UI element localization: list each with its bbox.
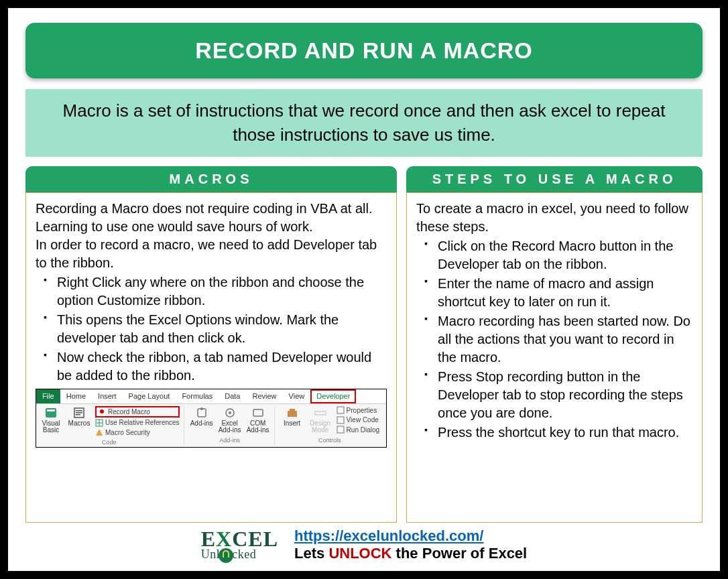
ribbon-group-code-items: Visual Basic Macros bbox=[39, 406, 180, 438]
macros-body: Recording a Macro does not require codin… bbox=[25, 192, 397, 523]
code-stack: Record Macro Use Relative References Mac… bbox=[95, 406, 180, 438]
steps-body: To create a macro in excel, you need to … bbox=[406, 192, 703, 523]
steps-bullets: Click on the Record Macro button in the … bbox=[416, 237, 692, 442]
svg-rect-1 bbox=[47, 409, 55, 411]
dialog-icon bbox=[337, 426, 345, 434]
ribbon-group-addins: Add-ins Excel Add-ins COM Add-ins bbox=[190, 406, 275, 445]
visual-basic-icon bbox=[44, 406, 58, 420]
record-icon bbox=[98, 407, 106, 415]
list-item: This opens the Excel Options window. Mar… bbox=[40, 311, 387, 347]
excel-ribbon-screenshot: File Home Insert Page Layout Formulas Da… bbox=[36, 389, 387, 448]
site-link[interactable]: https://excelunlocked.com/ bbox=[294, 527, 483, 544]
page-title: RECORD AND RUN A MACRO bbox=[195, 38, 533, 63]
svg-rect-20 bbox=[337, 417, 344, 424]
svg-rect-3 bbox=[76, 410, 82, 411]
footer-tagline: https://excelunlocked.com/ Lets UNLOCK t… bbox=[294, 527, 527, 562]
run-dialog-button: Run Dialog bbox=[337, 426, 379, 435]
list-item: Click on the Record Macro button in the … bbox=[420, 237, 692, 273]
tab-formulas: Formulas bbox=[176, 389, 219, 403]
excel-addins-button: Excel Add-ins bbox=[218, 406, 242, 434]
macros-bullets: Right Click any where on the ribbon and … bbox=[36, 273, 387, 385]
lock-icon bbox=[219, 548, 233, 563]
com-addins-icon bbox=[251, 406, 265, 420]
tab-view: View bbox=[283, 389, 311, 403]
columns: MACROS Recording a Macro does not requir… bbox=[25, 166, 703, 523]
use-relative-references-button: Use Relative References bbox=[95, 418, 180, 428]
warning-icon bbox=[95, 428, 103, 436]
view-code-button: View Code bbox=[337, 415, 379, 425]
list-item: Press Stop recording button in the Devel… bbox=[420, 368, 692, 422]
list-item: Enter the name of macro and assign short… bbox=[420, 275, 692, 311]
macros-header: MACROS bbox=[25, 166, 397, 192]
addins-button: Add-ins bbox=[190, 406, 214, 427]
com-addins-button: COM Add-ins bbox=[246, 406, 270, 434]
grid-icon bbox=[95, 419, 103, 427]
properties-icon bbox=[337, 406, 345, 414]
gear-icon bbox=[223, 406, 237, 420]
list-item: Right Click any where on the ribbon and … bbox=[40, 273, 387, 310]
ruler-icon bbox=[314, 406, 327, 420]
svg-rect-15 bbox=[253, 409, 263, 416]
tab-home: Home bbox=[60, 389, 92, 403]
steps-column: STEPS TO USE A MACRO To create a macro i… bbox=[406, 166, 703, 523]
insert-control-button: Insert bbox=[280, 406, 304, 427]
intro-banner: Macro is a set of instructions that we r… bbox=[25, 89, 703, 157]
ribbon-group-controls-items: Insert Design Mode Properties bbox=[280, 406, 379, 435]
tab-page-layout: Page Layout bbox=[123, 389, 176, 403]
list-item: Macro recording has been started now. Do… bbox=[420, 312, 692, 367]
svg-rect-18 bbox=[315, 411, 326, 415]
ribbon-body: Visual Basic Macros bbox=[36, 404, 386, 448]
group-label-code: Code bbox=[102, 438, 117, 446]
tagline-text: Lets UNLOCK the Power of Excel bbox=[294, 545, 527, 562]
code-icon bbox=[337, 416, 345, 424]
macros-icon bbox=[72, 406, 86, 420]
svg-point-14 bbox=[229, 411, 231, 414]
svg-point-6 bbox=[100, 409, 104, 413]
macro-security-button: Macro Security bbox=[95, 428, 180, 438]
steps-header-label: STEPS TO USE A MACRO bbox=[432, 172, 677, 186]
svg-rect-17 bbox=[290, 409, 295, 411]
ribbon-group-controls: Insert Design Mode Properties bbox=[280, 406, 383, 445]
svg-rect-4 bbox=[76, 412, 82, 413]
tab-data: Data bbox=[219, 389, 246, 403]
steps-para: To create a macro in excel, you need to … bbox=[416, 200, 692, 236]
svg-marker-10 bbox=[96, 429, 103, 436]
macros-header-label: MACROS bbox=[170, 172, 253, 186]
title-banner: RECORD AND RUN A MACRO bbox=[25, 23, 703, 78]
steps-header: STEPS TO USE A MACRO bbox=[406, 166, 703, 192]
design-mode-button: Design Mode bbox=[308, 406, 332, 434]
page: RECORD AND RUN A MACRO Macro is a set of… bbox=[8, 8, 720, 571]
svg-rect-21 bbox=[337, 426, 344, 433]
ribbon-tabs: File Home Insert Page Layout Formulas Da… bbox=[36, 389, 386, 404]
macros-para1: Recording a Macro does not require codin… bbox=[36, 200, 387, 236]
macros-para2: In order to record a macro, we need to a… bbox=[36, 236, 387, 272]
group-label-controls: Controls bbox=[318, 436, 341, 444]
excel-unlocked-logo: EXCEL Unlcked bbox=[201, 527, 278, 563]
addins-icon bbox=[195, 406, 208, 420]
tab-insert: Insert bbox=[92, 389, 123, 403]
tab-file: File bbox=[36, 389, 60, 403]
svg-rect-19 bbox=[337, 407, 344, 413]
svg-rect-5 bbox=[76, 414, 80, 415]
properties-button: Properties bbox=[337, 406, 379, 415]
ribbon-group-code: Visual Basic Macros bbox=[39, 406, 184, 447]
svg-point-12 bbox=[200, 407, 203, 410]
list-item: Now check the ribbon, a tab named Develo… bbox=[40, 348, 387, 385]
list-item: Press the shortcut key to run that macro… bbox=[420, 424, 692, 442]
controls-stack: Properties View Code Run Dialog bbox=[337, 406, 379, 435]
toolbox-icon bbox=[286, 406, 299, 420]
svg-rect-16 bbox=[288, 411, 297, 417]
macros-button: Macros bbox=[67, 406, 91, 427]
visual-basic-button: Visual Basic bbox=[39, 406, 63, 434]
group-label-addins: Add-ins bbox=[219, 436, 240, 444]
record-macro-button: Record Macro bbox=[95, 406, 180, 418]
tab-developer: Developer bbox=[310, 389, 356, 403]
tab-review: Review bbox=[246, 389, 282, 403]
ribbon-group-addins-items: Add-ins Excel Add-ins COM Add-ins bbox=[190, 406, 270, 434]
intro-text: Macro is a set of instructions that we r… bbox=[63, 101, 666, 145]
footer: EXCEL Unlcked https://excelunlocked.com/… bbox=[25, 523, 703, 563]
macros-column: MACROS Recording a Macro does not requir… bbox=[25, 166, 397, 523]
